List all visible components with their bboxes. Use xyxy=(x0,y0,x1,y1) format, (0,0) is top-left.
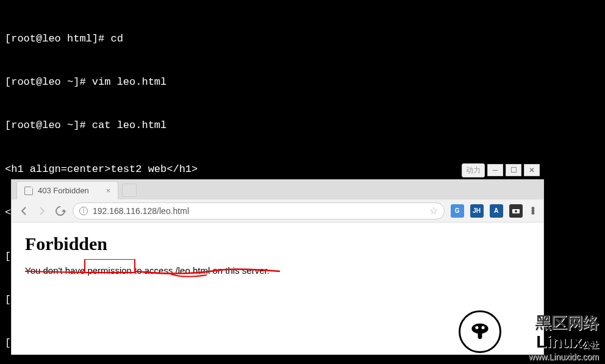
browser-tab[interactable]: 403 Forbidden × xyxy=(16,181,118,199)
terminal-line: [root@leo html]# cd xyxy=(5,32,600,46)
bookmark-star-icon[interactable]: ☆ xyxy=(429,205,438,216)
back-button[interactable] xyxy=(18,205,30,217)
arrow-left-icon xyxy=(18,205,29,216)
url-text[interactable]: 192.168.116.128/leo.html xyxy=(93,206,424,216)
page-content: Forbidden You don't have permission to a… xyxy=(12,223,543,287)
new-tab-button[interactable] xyxy=(122,184,137,197)
window-controls: 动力 ─ ☐ ✕ xyxy=(462,163,540,177)
extension-translate[interactable]: G xyxy=(451,204,464,218)
terminal-line: [root@leo ~]# vim leo.html xyxy=(5,75,600,90)
url-bar[interactable]: i 192.168.116.128/leo.html ☆ xyxy=(73,202,445,219)
tab-close-button[interactable]: × xyxy=(106,186,111,195)
page-title: Forbidden xyxy=(25,234,530,254)
reload-button[interactable] xyxy=(54,205,66,217)
arrow-right-icon xyxy=(37,205,48,216)
minimize-button[interactable]: ─ xyxy=(487,164,503,176)
tab-bar: 403 Forbidden × xyxy=(12,180,543,199)
browser-toolbar: i 192.168.116.128/leo.html ☆ G JH A ••• xyxy=(12,199,543,223)
extension-jh[interactable]: JH xyxy=(470,204,484,218)
extension-a[interactable]: A xyxy=(490,204,503,218)
camera-icon xyxy=(512,208,520,214)
page-icon xyxy=(24,187,33,195)
maximize-button[interactable]: ☐ xyxy=(506,164,521,176)
extension-camera[interactable] xyxy=(509,204,523,218)
error-message: You don't have permission to access /leo… xyxy=(25,265,530,276)
browser-window: 动力 ─ ☐ ✕ 403 Forbidden × i 192.168.116.1… xyxy=(11,179,544,355)
reload-icon xyxy=(54,204,68,218)
forward-button[interactable] xyxy=(36,205,48,217)
recorder-badge[interactable]: 动力 xyxy=(462,163,485,177)
site-info-icon[interactable]: i xyxy=(79,207,88,215)
close-window-button[interactable]: ✕ xyxy=(524,164,540,176)
browser-menu-button[interactable]: ••• xyxy=(529,207,537,215)
tab-title: 403 Forbidden xyxy=(38,186,89,195)
terminal-line: [root@leo ~]# cat leo.html xyxy=(5,118,600,133)
svg-point-1 xyxy=(515,210,517,212)
